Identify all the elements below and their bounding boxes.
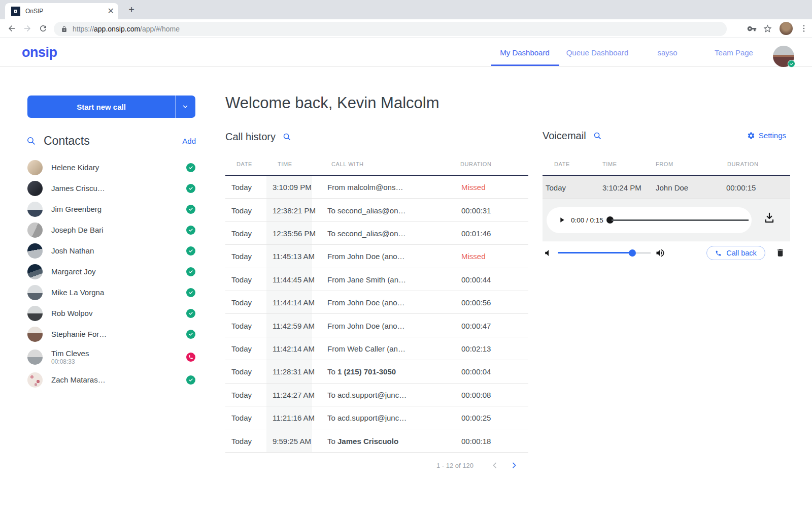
search-icon[interactable] [26, 136, 36, 146]
call-history-row[interactable]: Today11:21:16 AMTo acd.support@junc…00:0… [225, 406, 528, 429]
on-call-badge [186, 353, 195, 362]
nav-queue-dashboard[interactable]: Queue Dashboard [566, 48, 629, 57]
audio-time: 0:00 / 0:15 [571, 216, 603, 224]
contact-avatar [27, 243, 43, 259]
contact-row[interactable]: Tim Cleves 00:08:33 [27, 344, 195, 369]
pagination: 1 - 12 of 120 [225, 459, 528, 472]
call-history-header: Call history [225, 130, 291, 143]
chevron-down-icon[interactable] [181, 103, 189, 110]
contacts-header: Contacts Add [26, 134, 196, 148]
onsip-logo[interactable]: onsip [22, 45, 57, 60]
pagination-label: 1 - 12 of 120 [436, 462, 473, 469]
url-text: https://app.onsip.com/app/#/home [73, 25, 180, 33]
call-history-table: DATE TIME CALL WITH DURATION Today3:10:0… [225, 153, 528, 453]
tab-close-icon[interactable]: ✕ [108, 7, 114, 15]
available-badge [186, 288, 195, 297]
contact-avatar [27, 160, 43, 175]
voicemail-controls: Call back [543, 246, 790, 260]
volume-slider-knob[interactable] [629, 249, 636, 257]
call-history-title: Call history [225, 131, 276, 143]
browser-tab[interactable]: OnSIP ✕ [5, 3, 118, 19]
volume-mute-icon[interactable] [544, 248, 553, 258]
user-status-badge [788, 60, 795, 68]
available-badge [186, 309, 195, 318]
nav-team-page[interactable]: Team Page [715, 48, 753, 57]
call-history-row[interactable]: Today11:42:14 AMFrom Web Caller (an…00:0… [225, 337, 528, 360]
browser-menu-icon[interactable] [799, 24, 808, 33]
available-badge [186, 246, 195, 256]
voicemail-settings-button[interactable]: Settings [747, 131, 786, 140]
url-input[interactable]: https://app.onsip.com/app/#/home [54, 22, 727, 36]
gear-icon [747, 132, 755, 140]
voicemail-row[interactable]: Today 3:10:24 PM John Doe 00:00:15 [543, 176, 790, 199]
call-history-row[interactable]: Today12:35:56 PMTo second_alias@on…00:01… [225, 222, 528, 245]
call-history-row[interactable]: Today11:44:45 AMFrom Jane Smith (an…00:0… [225, 268, 528, 291]
call-history-row[interactable]: Today11:44:14 AMFrom John Doe (ano…00:00… [225, 291, 528, 314]
welcome-heading: Welcome back, Kevin Malcolm [225, 94, 439, 112]
contact-row[interactable]: Mike La Vorgna [27, 282, 195, 303]
contact-avatar [27, 202, 43, 217]
add-contact-button[interactable]: Add [182, 137, 196, 145]
contact-row[interactable]: Rob Wolpov [27, 303, 195, 324]
available-badge [186, 205, 195, 214]
volume-fill [558, 252, 632, 253]
contact-row[interactable]: Jim Greenberg [27, 199, 195, 219]
onsip-favicon [11, 7, 20, 16]
call-history-row[interactable]: Today3:10:09 PMFrom malcolm@ons…Missed [225, 176, 528, 199]
download-icon[interactable] [763, 211, 776, 225]
call-duration: 00:08:33 [51, 358, 89, 365]
app-header: onsip My Dashboard Queue Dashboard sayso… [0, 38, 812, 67]
contact-row[interactable]: Stephanie For… [27, 324, 195, 344]
start-new-call-button[interactable]: Start new call [27, 96, 195, 118]
audio-player[interactable]: 0:00 / 0:15 [547, 207, 752, 233]
new-tab-button[interactable]: + [125, 4, 138, 16]
password-key-icon[interactable] [747, 24, 757, 34]
available-badge [186, 163, 195, 172]
trash-icon[interactable] [775, 247, 785, 258]
contact-avatar [27, 285, 43, 300]
contact-row[interactable]: James Criscu… [27, 178, 195, 199]
search-icon[interactable] [283, 133, 291, 141]
reload-icon[interactable] [39, 24, 48, 33]
contact-row[interactable]: Margaret Joy [27, 261, 195, 282]
contacts-title: Contacts [44, 134, 182, 148]
play-icon[interactable] [558, 216, 566, 224]
voicemail-table-header: DATE TIME FROM DURATION [543, 153, 790, 175]
call-history-row[interactable]: Today11:45:13 AMFrom John Doe (ano…Misse… [225, 245, 528, 268]
contact-row[interactable]: Zach Mataras… [27, 369, 195, 390]
nav-my-dashboard[interactable]: My Dashboard [500, 48, 550, 57]
available-badge [186, 375, 195, 385]
browser-profile-avatar[interactable] [780, 22, 793, 35]
volume-up-icon[interactable] [655, 248, 665, 258]
contact-avatar [27, 181, 43, 196]
next-page-icon[interactable] [510, 461, 518, 469]
contact-avatar [27, 264, 43, 279]
contact-avatar [27, 223, 43, 238]
browser-tab-strip: OnSIP ✕ + [0, 0, 812, 19]
available-badge [186, 267, 195, 276]
nav-sayso[interactable]: sayso [657, 48, 677, 57]
forward-icon[interactable] [23, 24, 32, 33]
tab-title: OnSIP [25, 8, 108, 15]
contact-row[interactable]: Helene Kidary [27, 157, 195, 178]
available-badge [186, 184, 195, 193]
call-history-row[interactable]: Today11:24:27 AMTo acd.support@junc…00:0… [225, 384, 528, 406]
call-history-row[interactable]: Today9:59:25 AMTo James Criscuolo00:00:1… [225, 429, 528, 452]
call-history-row[interactable]: Today12:38:21 PMTo second_alias@on…00:00… [225, 199, 528, 221]
call-history-row[interactable]: Today11:28:31 AMTo 1 (215) 701-305000:00… [225, 360, 528, 383]
contact-avatar [27, 372, 43, 388]
call-history-table-header: DATE TIME CALL WITH DURATION [225, 153, 528, 175]
available-badge [186, 226, 195, 235]
voicemail-header: Voicemail Settings [543, 130, 790, 143]
call-back-button[interactable]: Call back [706, 246, 765, 260]
search-icon[interactable] [593, 132, 602, 140]
previous-page-icon[interactable] [491, 461, 499, 469]
contact-avatar [27, 327, 43, 342]
audio-progress-track[interactable] [612, 219, 749, 221]
call-history-row[interactable]: Today11:42:59 AMFrom John Doe (ano…00:00… [225, 314, 528, 337]
contact-row[interactable]: Joseph De Bari [27, 219, 195, 240]
contact-row[interactable]: Josh Nathan [27, 240, 195, 261]
back-icon[interactable] [7, 24, 16, 33]
bookmark-star-icon[interactable] [763, 24, 772, 34]
user-avatar[interactable] [773, 46, 794, 67]
